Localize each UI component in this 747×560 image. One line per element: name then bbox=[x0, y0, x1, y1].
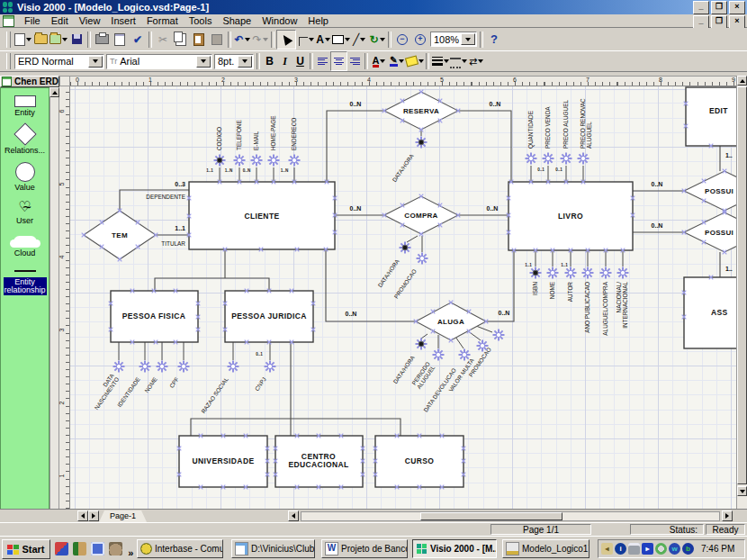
page-next-icon[interactable] bbox=[88, 510, 99, 521]
open-stencil-button[interactable] bbox=[50, 31, 68, 49]
attribute-node[interactable] bbox=[565, 267, 577, 279]
volume-icon[interactable]: ◂ bbox=[601, 543, 613, 555]
font-dropdown-icon[interactable] bbox=[196, 56, 211, 68]
quicklaunch-icon-1[interactable] bbox=[55, 542, 68, 555]
quicklaunch-icon-2[interactable] bbox=[73, 542, 86, 555]
task-word[interactable]: W Projeto de Banco ... bbox=[321, 539, 408, 558]
stencil-title-bar[interactable]: Chen ERD bbox=[0, 76, 59, 87]
task-interbase[interactable]: Interbase - Comu... bbox=[137, 539, 223, 558]
align-right-button[interactable] bbox=[347, 52, 363, 70]
zoom-dropdown-icon[interactable] bbox=[461, 33, 475, 45]
line-color-button[interactable]: ✎ bbox=[388, 52, 406, 70]
zoom-select[interactable]: 108% bbox=[430, 32, 477, 47]
save-button[interactable] bbox=[68, 31, 86, 49]
more-icon[interactable]: » bbox=[128, 547, 133, 558]
stencil-item-user[interactable]: User bbox=[1, 216, 49, 225]
size-select[interactable]: 8pt. bbox=[214, 54, 254, 69]
style-dropdown-icon[interactable] bbox=[88, 56, 103, 68]
copy-button[interactable] bbox=[172, 31, 190, 49]
redo-button[interactable]: ↷ bbox=[251, 31, 269, 49]
green-b-icon[interactable]: b bbox=[682, 543, 694, 555]
attribute-node[interactable] bbox=[493, 330, 505, 341]
attribute-node[interactable] bbox=[265, 361, 276, 373]
menu-file[interactable]: File bbox=[19, 14, 46, 27]
fill-color-button[interactable] bbox=[406, 52, 424, 70]
attribute-node[interactable] bbox=[617, 267, 629, 279]
scroll-down-icon[interactable] bbox=[737, 486, 747, 496]
zoom-in-button[interactable]: + bbox=[411, 31, 429, 49]
attribute-node[interactable] bbox=[417, 253, 428, 265]
spelling-button[interactable]: ✔ bbox=[129, 31, 147, 49]
stencil-item-relationship[interactable]: Relations... bbox=[1, 146, 49, 155]
entity-relationship-master-icon[interactable] bbox=[14, 270, 36, 272]
attribute-node[interactable] bbox=[477, 340, 489, 352]
relationship-master-icon[interactable] bbox=[14, 122, 36, 145]
rectangle-tool-button[interactable] bbox=[332, 31, 350, 49]
drawing-page[interactable]: CLIENTE LIVRO PESSOA FISICA PESSOA JURID… bbox=[70, 86, 736, 509]
menu-insert[interactable]: Insert bbox=[105, 14, 141, 27]
font-color-button[interactable]: A bbox=[370, 52, 388, 70]
menu-format[interactable]: Format bbox=[141, 14, 184, 27]
toolbar-grip[interactable] bbox=[6, 32, 11, 48]
close-icon[interactable]: × bbox=[729, 1, 745, 14]
pointer-tool-button[interactable] bbox=[276, 30, 296, 50]
task-visio[interactable]: Visio 2000 - [M... bbox=[412, 539, 497, 558]
print-button[interactable] bbox=[93, 31, 111, 49]
cloud-master-icon[interactable] bbox=[14, 236, 37, 248]
underline-button[interactable]: U bbox=[292, 52, 308, 70]
attribute-node[interactable] bbox=[113, 361, 125, 373]
document-icon[interactable] bbox=[3, 15, 14, 27]
info-icon[interactable]: i bbox=[615, 543, 626, 555]
line-tool-button[interactable]: ╱ bbox=[350, 31, 368, 49]
attribute-node[interactable] bbox=[268, 155, 280, 167]
stencil-item-value[interactable]: Value bbox=[1, 183, 49, 192]
format-painter-button[interactable] bbox=[208, 31, 226, 49]
help-button[interactable]: ? bbox=[485, 31, 503, 49]
attribute-node[interactable] bbox=[543, 153, 554, 165]
menu-tools[interactable]: Tools bbox=[184, 14, 218, 27]
child-minimize-icon[interactable]: _ bbox=[693, 15, 709, 29]
style-select[interactable]: ERD Normal bbox=[14, 54, 104, 69]
attribute-node[interactable] bbox=[433, 349, 445, 361]
hscroll-thumb[interactable] bbox=[420, 512, 562, 520]
attribute-node[interactable] bbox=[582, 267, 594, 279]
attribute-node[interactable] bbox=[459, 349, 471, 361]
key-attribute-node[interactable] bbox=[416, 137, 428, 149]
open-button[interactable] bbox=[32, 31, 50, 49]
toolbar-grip[interactable] bbox=[6, 53, 11, 69]
attribute-node[interactable] bbox=[234, 155, 246, 167]
vscroll-thumb[interactable] bbox=[737, 86, 747, 484]
cut-button[interactable]: ✂ bbox=[154, 31, 172, 49]
user-master-icon[interactable]: ♡̴ bbox=[1, 199, 49, 215]
attribute-node[interactable] bbox=[561, 153, 572, 165]
child-restore-icon[interactable]: ❐ bbox=[711, 15, 727, 29]
menu-view[interactable]: View bbox=[74, 14, 106, 27]
key-attribute-node[interactable] bbox=[530, 267, 542, 279]
bold-button[interactable]: B bbox=[262, 52, 277, 70]
stencil-item-entity[interactable]: Entity bbox=[1, 108, 49, 117]
entity-master-icon[interactable] bbox=[14, 95, 36, 107]
hscroll-right-icon[interactable] bbox=[722, 510, 733, 521]
line-ends-button[interactable]: ⇄ bbox=[467, 52, 485, 70]
text-tool-button[interactable]: A bbox=[314, 31, 332, 49]
align-center-button[interactable] bbox=[330, 51, 347, 71]
new-button[interactable] bbox=[14, 31, 32, 49]
font-select[interactable]: Tr Arial bbox=[106, 54, 212, 69]
minimize-icon[interactable]: _ bbox=[693, 1, 709, 14]
attribute-node[interactable] bbox=[547, 267, 559, 279]
attribute-node[interactable] bbox=[251, 155, 263, 167]
attribute-node[interactable] bbox=[526, 153, 537, 165]
stencil-item-entity-relationship[interactable]: Entity relationship bbox=[4, 277, 47, 295]
page-tab[interactable]: Page-1 bbox=[99, 510, 147, 522]
wave-icon[interactable]: w bbox=[669, 543, 680, 555]
attribute-node[interactable] bbox=[178, 361, 190, 373]
stencil-scrollbar[interactable] bbox=[50, 87, 59, 522]
attribute-node[interactable] bbox=[600, 267, 612, 279]
paste-button[interactable] bbox=[190, 31, 208, 49]
entity-editora[interactable] bbox=[686, 87, 736, 146]
child-close-icon[interactable]: × bbox=[729, 15, 745, 29]
size-dropdown-icon[interactable] bbox=[238, 56, 252, 68]
quicklaunch-icon-3[interactable] bbox=[91, 542, 104, 555]
vertical-scrollbar[interactable] bbox=[736, 76, 747, 509]
line-weight-button[interactable] bbox=[431, 52, 449, 70]
